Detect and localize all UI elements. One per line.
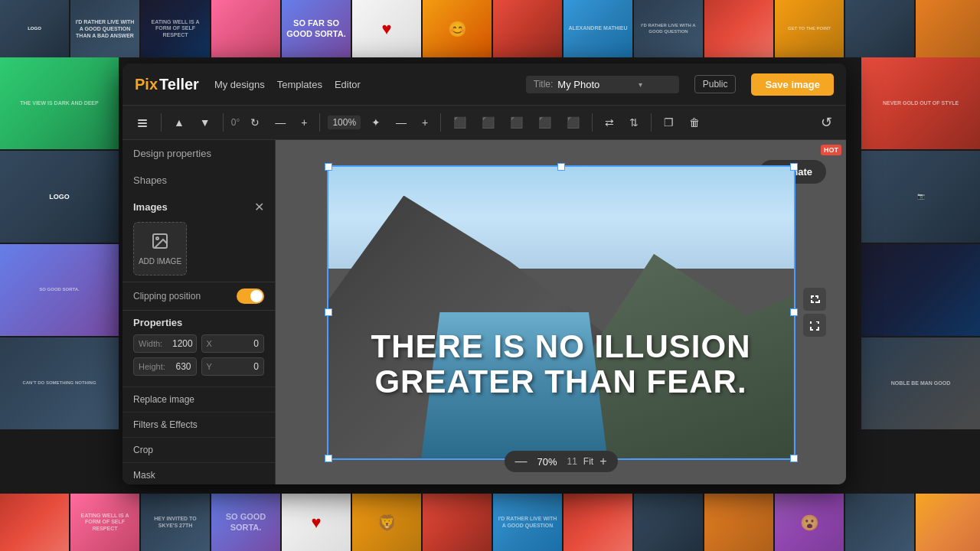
nav-templates[interactable]: Templates: [277, 79, 322, 90]
images-close-button[interactable]: ✕: [254, 200, 264, 214]
scatter-button[interactable]: ✦: [367, 113, 385, 132]
move-up-button[interactable]: ▲: [169, 113, 189, 132]
align-left-button[interactable]: ⬛: [449, 113, 471, 132]
undo-button[interactable]: ↺: [816, 111, 837, 134]
nav-editor[interactable]: Editor: [335, 79, 361, 90]
gallery-thumb[interactable]: EATING WELL IS A FORM OF SELF RESPECT: [70, 494, 139, 551]
gallery-thumb[interactable]: [704, 494, 773, 551]
gallery-side-thumb[interactable]: NOBLE BE MAN GOOD: [861, 337, 980, 429]
gallery-thumb[interactable]: [704, 0, 773, 57]
gallery-thumb[interactable]: EATING WELL IS A FORM OF SELF RESPECT: [141, 0, 210, 57]
crop-item[interactable]: Crop: [122, 437, 275, 462]
gallery-thumb[interactable]: I'D RATHER LIVE WITH A GOOD QUESTION: [493, 494, 562, 551]
mask-item[interactable]: Mask: [122, 462, 275, 484]
handle-middle-right[interactable]: [790, 308, 798, 316]
gallery-thumb[interactable]: [845, 0, 914, 57]
nav-my-designs[interactable]: My designs: [214, 79, 265, 90]
gallery-thumb[interactable]: [916, 0, 980, 57]
logo-teller: Teller: [159, 76, 199, 93]
gallery-thumb[interactable]: GET TO THE POINT: [775, 0, 844, 57]
gallery-thumb[interactable]: [493, 0, 562, 57]
gallery-thumb[interactable]: ♥: [282, 494, 351, 551]
gallery-thumb[interactable]: [845, 494, 914, 551]
gallery-thumb[interactable]: I'D RATHER LIVE WITH A GOOD QUESTION THA…: [70, 0, 139, 57]
y-label: Y: [202, 359, 236, 374]
zoom-plus-button[interactable]: +: [296, 113, 312, 132]
title-input[interactable]: [557, 79, 634, 90]
gallery-thumb[interactable]: ♥: [352, 0, 421, 57]
add-image-button[interactable]: ADD IMAGE: [133, 222, 187, 276]
expand-button[interactable]: [803, 288, 826, 311]
gallery-thumb[interactable]: I'D RATHER LIVE WITH A GOOD QUESTION: [634, 0, 703, 57]
flip-v-button[interactable]: ⇅: [625, 113, 643, 132]
gallery-side-thumb[interactable]: SO GOOD SORTA.: [0, 244, 119, 336]
delete-button[interactable]: 🗑: [684, 113, 704, 132]
zoom-increase-button[interactable]: +: [599, 455, 606, 468]
fit-button[interactable]: Fit: [583, 456, 593, 467]
align-top-button[interactable]: ⬛: [534, 113, 556, 132]
gallery-side-thumb[interactable]: THE VIEW IS DARK AND DEEP: [0, 57, 119, 149]
y-field: Y 0: [201, 357, 265, 376]
zoom-in-btn[interactable]: +: [417, 113, 433, 132]
move-down-button[interactable]: ▼: [195, 113, 215, 132]
gallery-thumb[interactable]: LOGO: [0, 0, 69, 57]
handle-top-left[interactable]: [325, 163, 332, 171]
gallery-side-thumb[interactable]: [861, 244, 980, 336]
filters-effects-item[interactable]: Filters & Effects: [122, 412, 275, 437]
app-window: PixTeller My designs Templates Editor Ti…: [122, 64, 846, 484]
handle-bottom-left[interactable]: [325, 455, 332, 462]
align-bottom-button[interactable]: ⬛: [562, 113, 584, 132]
handle-middle-left[interactable]: [325, 308, 332, 316]
gallery-thumb[interactable]: [211, 0, 280, 57]
shrink-button[interactable]: [803, 314, 826, 337]
top-nav: My designs Templates Editor: [214, 79, 511, 90]
flip-h-button[interactable]: ⇄: [600, 113, 619, 132]
replace-image-item[interactable]: Replace image: [122, 386, 275, 412]
align-right-button[interactable]: ⬛: [505, 113, 528, 132]
gallery-thumb[interactable]: [0, 494, 69, 551]
gallery-thumb[interactable]: SO FAR SO GOOD SORTA.: [282, 0, 351, 57]
design-properties-header[interactable]: Design properties: [122, 140, 275, 167]
gallery-thumb[interactable]: [423, 494, 492, 551]
title-dropdown-arrow[interactable]: ▾: [639, 80, 642, 89]
align-center-button[interactable]: ⬛: [477, 113, 499, 132]
gallery-thumb[interactable]: HEY INVITED TO SKYE'S 27TH: [141, 494, 210, 551]
gallery-side-thumb[interactable]: 📷: [861, 151, 980, 243]
zoom-out-btn[interactable]: —: [391, 113, 411, 132]
gallery-side-thumb[interactable]: LOGO: [0, 151, 119, 243]
gallery-thumb[interactable]: ALEXANDRE MATHIEU: [564, 0, 632, 57]
gallery-side-thumb[interactable]: CAN'T DO SOMETHING NOTHING: [0, 337, 119, 429]
save-image-button[interactable]: Save image: [751, 73, 834, 96]
svg-rect-2: [138, 126, 147, 127]
gallery-thumb[interactable]: 😮: [775, 494, 844, 551]
duplicate-button[interactable]: ❐: [659, 113, 678, 132]
height-value: 630: [170, 358, 196, 375]
handle-bottom-right[interactable]: [790, 455, 798, 462]
zoom-display: 100%: [328, 116, 361, 129]
gallery-thumb[interactable]: [634, 494, 703, 551]
gallery-thumb[interactable]: [916, 494, 980, 551]
zoom-decrease-button[interactable]: —: [514, 455, 527, 468]
rotate-button[interactable]: ↻: [246, 113, 264, 132]
zoom-minus-button[interactable]: —: [270, 113, 290, 132]
gallery-thumb[interactable]: SO GOOD SORTA.: [211, 494, 280, 551]
shapes-header[interactable]: Shapes: [122, 167, 275, 194]
gallery-thumb[interactable]: 😊: [423, 0, 492, 57]
svg-point-4: [156, 237, 158, 240]
canvas-container: THERE IS NO ILLUSION GREATER THAN FEAR.: [327, 165, 795, 460]
gallery-side-thumb[interactable]: NEVER GOLD OUT OF STYLE: [861, 57, 980, 149]
hot-badge: HOT: [821, 145, 841, 155]
layer-button[interactable]: [132, 113, 153, 132]
visibility-button[interactable]: Public: [694, 75, 737, 93]
rotation-label: 0°: [231, 117, 240, 128]
sidebar: Design properties Shapes Images ✕: [122, 140, 276, 484]
canvas-background: [328, 167, 794, 458]
height-label: Height:: [134, 359, 170, 374]
gallery-thumb[interactable]: [564, 494, 632, 551]
handle-top-middle[interactable]: [557, 163, 565, 171]
clipping-toggle[interactable]: [237, 289, 264, 304]
properties-title: Properties: [133, 317, 264, 328]
handle-top-right[interactable]: [790, 163, 798, 171]
gallery-thumb[interactable]: 🦁: [352, 494, 421, 551]
images-label: Images: [133, 201, 168, 213]
